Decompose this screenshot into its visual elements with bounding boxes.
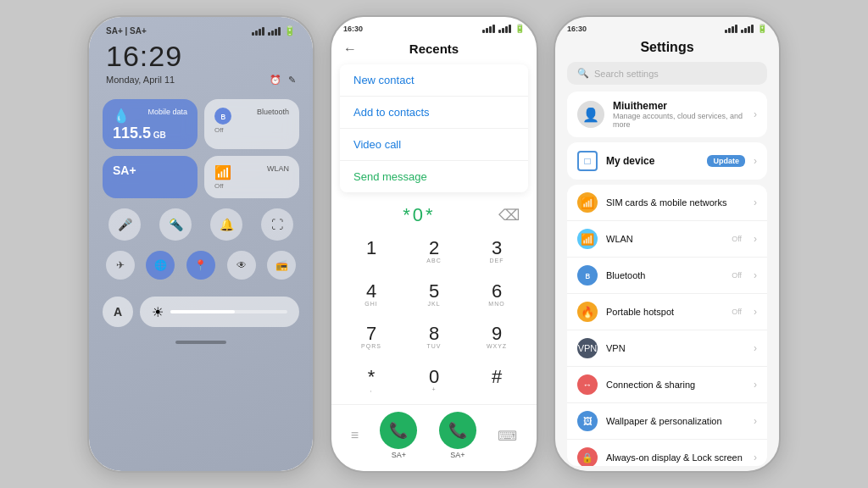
wlan-settings-label: WLAN	[606, 234, 723, 244]
keypad: 1 2 ABC 3 DEF 4 GHI 5 JKL	[331, 230, 537, 404]
carrier-label: SA+ | SA+	[106, 26, 147, 36]
brightness-control[interactable]: ☀	[140, 297, 299, 327]
alarm-icon[interactable]: ⏰	[270, 75, 281, 86]
search-placeholder: Search settings	[594, 69, 659, 79]
mic-btn[interactable]: 🎤	[108, 208, 141, 241]
device-label: My device	[606, 155, 698, 167]
sa-plus-label: SA+	[113, 164, 187, 176]
key-9[interactable]: 9 WXYZ	[465, 317, 528, 360]
mid-phone: 16:30 🔋	[330, 15, 538, 473]
eye-btn[interactable]: 👁	[227, 251, 256, 280]
send-message-item[interactable]: Send message	[340, 161, 528, 192]
bluetooth-tile[interactable]: ʙ Bluetooth Off	[204, 99, 299, 149]
key-0[interactable]: 0 +	[403, 360, 465, 403]
connection-sharing-row[interactable]: ↔ Connection & sharing ›	[567, 367, 767, 403]
update-badge[interactable]: Update	[707, 155, 745, 167]
bell-btn[interactable]: 🔔	[210, 208, 242, 241]
screen-btn[interactable]: ⛶	[261, 208, 293, 241]
hotspot-status: Off	[732, 308, 742, 316]
key-5[interactable]: 5 JKL	[403, 274, 465, 318]
key-6[interactable]: 6 MNO	[465, 274, 528, 318]
user-profile-card[interactable]: 👤 Miuithemer Manage accounts, cloud serv…	[567, 92, 767, 137]
user-info: Miuithemer Manage accounts, cloud servic…	[613, 100, 745, 129]
torch-btn[interactable]: 🔦	[159, 208, 192, 241]
device-icon: □	[577, 151, 598, 171]
home-indicator[interactable]	[175, 341, 226, 344]
backspace-button[interactable]: ⌫	[498, 206, 520, 225]
right-battery-icon: 🔋	[757, 24, 767, 33]
search-icon: 🔍	[577, 68, 589, 79]
wallpaper-chevron: ›	[754, 415, 757, 427]
new-contact-item[interactable]: New contact	[340, 64, 528, 97]
wallpaper-row[interactable]: 🖼 Wallpaper & personalization ›	[567, 403, 767, 440]
video-call-item[interactable]: Video call	[340, 129, 528, 161]
edit-icon[interactable]: ✎	[288, 75, 296, 86]
settings-list: 📶 SIM cards & mobile networks › 📶 WLAN O…	[567, 185, 767, 466]
wlan-row[interactable]: 📶 WLAN Off ›	[567, 221, 767, 258]
mobile-data-icon: 💧	[113, 108, 130, 124]
add-to-contacts-item[interactable]: Add to contacts	[340, 97, 528, 129]
vpn-row[interactable]: VPN VPN ›	[567, 330, 767, 367]
call-sa-plus2-button[interactable]: 📞	[439, 412, 476, 449]
quick-tiles: 💧 Mobile data 115.5 GB ʙ Bluetooth Off	[89, 94, 313, 154]
mobile-data-tile[interactable]: 💧 Mobile data 115.5 GB	[103, 99, 198, 149]
dialer-screen: 16:30 🔋	[331, 17, 537, 471]
hotspot-row[interactable]: 🔥 Portable hotspot Off ›	[567, 294, 767, 330]
settings-screen: 16:30 🔋	[555, 17, 779, 471]
wallpaper-icon: 🖼	[577, 411, 598, 431]
key-1[interactable]: 1	[340, 231, 403, 274]
wlan-settings-status: Off	[732, 235, 742, 243]
letter-btn[interactable]: A	[103, 297, 133, 327]
wlan-status: Off	[214, 182, 289, 190]
menu-icon[interactable]: ≡	[351, 428, 359, 443]
my-device-row[interactable]: □ My device Update ›	[567, 142, 767, 180]
settings-search-bar[interactable]: 🔍 Search settings	[567, 62, 767, 85]
dialer-input[interactable]: *0*	[348, 204, 490, 226]
location-btn[interactable]: 📍	[186, 251, 215, 280]
sharing-label: Connection & sharing	[606, 380, 745, 390]
dialer-title: Recents	[409, 42, 459, 56]
call-sa-plus1-label: SA+	[392, 451, 406, 459]
bluetooth-settings-status: Off	[732, 271, 742, 280]
hotspot-chevron: ›	[754, 306, 757, 318]
recents-menu: New contact Add to contacts Video call S…	[340, 64, 528, 192]
key-4[interactable]: 4 GHI	[340, 274, 403, 318]
sharing-chevron: ›	[754, 379, 757, 391]
clock-display: 16:29	[89, 40, 313, 75]
signal-icon2	[268, 27, 281, 36]
key-hash[interactable]: #	[465, 360, 528, 403]
key-8[interactable]: 8 TUV	[403, 317, 465, 360]
lock-icon: 🔒	[577, 447, 598, 466]
user-name: Miuithemer	[613, 100, 745, 112]
wallpaper-label: Wallpaper & personalization	[606, 416, 745, 426]
call-sa-plus1-button[interactable]: 📞	[380, 412, 417, 449]
back-button[interactable]: ←	[343, 42, 357, 57]
bottom-bar: A ☀	[89, 288, 313, 336]
right-status-icons: 🔋	[725, 24, 767, 33]
key-2[interactable]: 2 ABC	[403, 231, 465, 274]
vpn-chevron: ›	[754, 342, 757, 354]
key-star[interactable]: * ,	[340, 360, 403, 403]
airplane-btn[interactable]: ✈	[106, 251, 135, 280]
sim-label: SIM cards & mobile networks	[606, 197, 745, 208]
globe-btn[interactable]: 🌐	[146, 251, 175, 280]
bluetooth-row[interactable]: ʙ Bluetooth Off ›	[567, 258, 767, 294]
brightness-track	[170, 310, 287, 313]
bluetooth-settings-icon: ʙ	[577, 265, 598, 286]
keypad-icon[interactable]: ⌨	[498, 428, 517, 444]
quick-tiles-row2: SA+ 📶 WLAN Off	[89, 151, 313, 203]
lock-screen-row[interactable]: 🔒 Always-on display & Lock screen ›	[567, 440, 767, 466]
brightness-fill	[170, 310, 235, 313]
sa-plus-tile[interactable]: SA+	[103, 156, 198, 198]
sim-networks-row[interactable]: 📶 SIM cards & mobile networks ›	[567, 185, 767, 221]
radio-btn[interactable]: 📻	[267, 251, 296, 280]
key-7[interactable]: 7 PQRS	[340, 317, 403, 360]
key-3[interactable]: 3 DEF	[465, 231, 528, 274]
brightness-icon: ☀	[152, 304, 164, 320]
dialer-header: ← Recents	[331, 36, 537, 61]
vpn-label: VPN	[606, 343, 745, 353]
right-signal2	[741, 25, 754, 33]
right-time: 16:30	[567, 25, 587, 33]
bluetooth-icon: ʙ	[214, 108, 231, 125]
wlan-tile[interactable]: 📶 WLAN Off	[204, 156, 299, 198]
